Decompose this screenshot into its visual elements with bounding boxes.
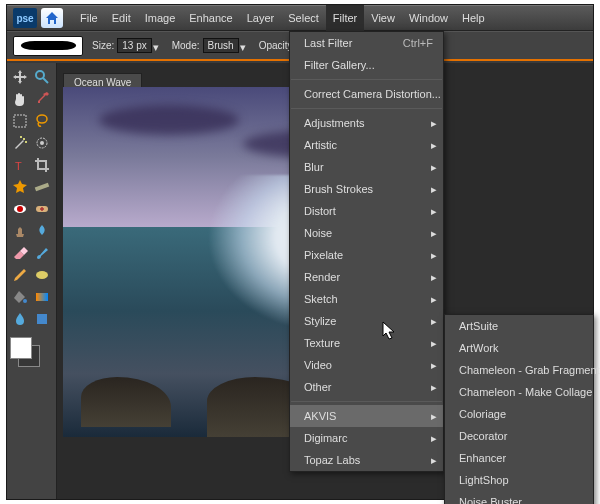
filter-noise[interactable]: Noise▸ xyxy=(290,222,443,244)
tool-type[interactable]: T xyxy=(10,155,30,175)
akvis-submenu: ArtSuite ArtWork Chameleon - Grab Fragme… xyxy=(444,314,594,504)
tool-redeye[interactable] xyxy=(10,199,30,219)
tool-blur[interactable] xyxy=(10,309,30,329)
filter-video[interactable]: Video▸ xyxy=(290,354,443,376)
filter-brush-strokes[interactable]: Brush Strokes▸ xyxy=(290,178,443,200)
tool-move[interactable] xyxy=(10,67,30,87)
filter-last: Last FilterCtrl+F xyxy=(290,32,443,54)
size-field[interactable]: 13 px xyxy=(117,38,151,53)
menu-select[interactable]: Select xyxy=(281,5,326,31)
size-dropdown-icon[interactable]: ▾ xyxy=(153,41,163,51)
filter-adjustments[interactable]: Adjustments▸ xyxy=(290,112,443,134)
tool-smudge[interactable] xyxy=(32,221,52,241)
title-bar: pse File Edit Image Enhance Layer Select… xyxy=(7,5,593,31)
akvis-lightshop[interactable]: LightShop xyxy=(445,469,593,491)
tool-lasso[interactable] xyxy=(32,111,52,131)
tool-eraser[interactable] xyxy=(10,243,30,263)
tool-zoom[interactable] xyxy=(32,67,52,87)
filter-camera-distortion[interactable]: Correct Camera Distortion... xyxy=(290,83,443,105)
foreground-color[interactable] xyxy=(10,337,32,359)
tool-brush[interactable] xyxy=(32,243,52,263)
akvis-coloriage[interactable]: Coloriage xyxy=(445,403,593,425)
akvis-chameleon-collage[interactable]: Chameleon - Make Collage xyxy=(445,381,593,403)
svg-point-11 xyxy=(17,206,23,212)
cursor-icon xyxy=(382,321,396,341)
svg-point-3 xyxy=(23,138,25,140)
filter-render[interactable]: Render▸ xyxy=(290,266,443,288)
svg-rect-15 xyxy=(36,293,48,301)
menu-file[interactable]: File xyxy=(73,5,105,31)
tool-pencil[interactable] xyxy=(10,265,30,285)
filter-digimarc[interactable]: Digimarc▸ xyxy=(290,427,443,449)
filter-stylize[interactable]: Stylize▸ xyxy=(290,310,443,332)
menu-enhance[interactable]: Enhance xyxy=(182,5,239,31)
menu-window[interactable]: Window xyxy=(402,5,455,31)
tool-clone[interactable] xyxy=(10,221,30,241)
filter-distort[interactable]: Distort▸ xyxy=(290,200,443,222)
color-swatches[interactable] xyxy=(10,337,44,369)
home-icon xyxy=(45,11,59,25)
tool-cookie[interactable] xyxy=(10,177,30,197)
menu-image[interactable]: Image xyxy=(138,5,183,31)
menu-edit[interactable]: Edit xyxy=(105,5,138,31)
tool-crop[interactable] xyxy=(32,155,52,175)
akvis-noisebuster[interactable]: Noise Buster xyxy=(445,491,593,504)
filter-sketch[interactable]: Sketch▸ xyxy=(290,288,443,310)
menu-help[interactable]: Help xyxy=(455,5,492,31)
akvis-artwork[interactable]: ArtWork xyxy=(445,337,593,359)
akvis-chameleon-grab[interactable]: Chameleon - Grab Fragment xyxy=(445,359,593,381)
size-label: Size: xyxy=(92,40,114,51)
svg-point-13 xyxy=(36,271,48,279)
tool-gradient[interactable] xyxy=(32,287,52,307)
filter-pixelate[interactable]: Pixelate▸ xyxy=(290,244,443,266)
svg-point-5 xyxy=(20,136,22,138)
svg-point-4 xyxy=(25,141,27,143)
svg-point-7 xyxy=(40,141,44,145)
tool-sponge[interactable] xyxy=(32,265,52,285)
menu-view[interactable]: View xyxy=(364,5,402,31)
svg-point-0 xyxy=(36,71,44,79)
akvis-decorator[interactable]: Decorator xyxy=(445,425,593,447)
tool-hand[interactable] xyxy=(10,89,30,109)
mode-field[interactable]: Brush xyxy=(203,38,239,53)
filter-texture[interactable]: Texture▸ xyxy=(290,332,443,354)
tool-heal[interactable] xyxy=(32,199,52,219)
menu-layer[interactable]: Layer xyxy=(240,5,282,31)
svg-rect-16 xyxy=(37,314,47,324)
svg-text:T: T xyxy=(15,160,22,172)
brush-preview[interactable] xyxy=(13,36,83,56)
filter-dropdown: Last FilterCtrl+F Filter Gallery... Corr… xyxy=(289,31,444,472)
filter-other[interactable]: Other▸ xyxy=(290,376,443,398)
svg-rect-1 xyxy=(14,115,26,127)
filter-topaz[interactable]: Topaz Labs▸ xyxy=(290,449,443,471)
tool-bucket[interactable] xyxy=(10,287,30,307)
mode-label: Mode: xyxy=(172,40,200,51)
svg-point-14 xyxy=(23,299,27,303)
tool-selection-brush[interactable] xyxy=(32,133,52,153)
filter-akvis[interactable]: AKVIS▸ xyxy=(290,405,443,427)
menu-filter[interactable]: Filter xyxy=(326,5,364,31)
home-button[interactable] xyxy=(41,8,63,28)
tool-straighten[interactable] xyxy=(32,177,52,197)
menu-bar: File Edit Image Enhance Layer Select Fil… xyxy=(73,5,492,31)
akvis-artsuite[interactable]: ArtSuite xyxy=(445,315,593,337)
filter-blur[interactable]: Blur▸ xyxy=(290,156,443,178)
tool-wand[interactable] xyxy=(10,133,30,153)
tool-marquee[interactable] xyxy=(10,111,30,131)
toolbox: T xyxy=(7,63,57,499)
tool-eyedropper[interactable] xyxy=(32,89,52,109)
svg-rect-9 xyxy=(35,183,50,192)
akvis-enhancer[interactable]: Enhancer xyxy=(445,447,593,469)
mode-dropdown-icon[interactable]: ▾ xyxy=(240,41,250,51)
tool-shape[interactable] xyxy=(32,309,52,329)
filter-gallery[interactable]: Filter Gallery... xyxy=(290,54,443,76)
filter-artistic[interactable]: Artistic▸ xyxy=(290,134,443,156)
app-logo: pse xyxy=(13,8,37,28)
